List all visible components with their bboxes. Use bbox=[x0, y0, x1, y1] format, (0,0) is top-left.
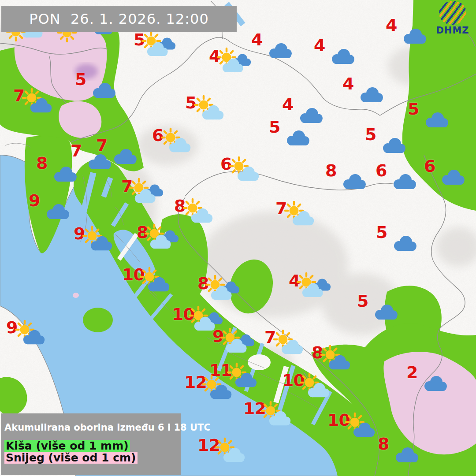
cloud-icon bbox=[48, 160, 84, 186]
cloud-icon bbox=[338, 167, 373, 194]
sun-cloud-both-icon bbox=[143, 34, 178, 60]
sun-cloud-both-icon bbox=[222, 331, 257, 357]
temperature-label: 5 bbox=[408, 100, 419, 117]
temperature-label: 6 bbox=[424, 158, 435, 175]
cloud-shape bbox=[424, 376, 447, 391]
datetime-label: PON 26. 1. 2026. 12:00 bbox=[29, 11, 209, 27]
temperature-label: 5 bbox=[357, 293, 368, 309]
temperature-label: 9 bbox=[29, 192, 40, 209]
cloud-icon bbox=[420, 106, 455, 132]
temperature-label: 6 bbox=[376, 162, 387, 179]
sun-cloud-light-icon bbox=[195, 97, 230, 123]
cloud-icon bbox=[264, 37, 299, 63]
legend-item-rain: Kiša (više od 1 mm) bbox=[4, 440, 130, 452]
temperature-label: 7 bbox=[71, 142, 82, 159]
cloud-icon bbox=[388, 229, 424, 256]
cloud-icon bbox=[388, 167, 423, 194]
legend-title: Akumulirana oborina između 6 i 18 UTC bbox=[4, 422, 177, 433]
sun-cloud-light-icon bbox=[274, 331, 309, 358]
sun-cloud-dark-icon bbox=[23, 90, 58, 116]
cloud-icon bbox=[108, 142, 144, 169]
temperature-label: 4 bbox=[251, 31, 262, 48]
sun-cloud-dark-icon bbox=[16, 322, 51, 348]
cloud-shape bbox=[47, 204, 69, 219]
cloud-icon bbox=[369, 298, 405, 324]
cloud-shape bbox=[287, 130, 309, 145]
temperature-label: 5 bbox=[269, 119, 280, 135]
cloud-shape bbox=[332, 49, 354, 64]
temperature-label: 4 bbox=[342, 75, 353, 92]
cloud-icon bbox=[436, 163, 472, 190]
cloud-icon bbox=[377, 131, 413, 158]
cloud-shape bbox=[361, 87, 383, 102]
temperature-label: 5 bbox=[365, 126, 376, 143]
legend-items: Kiša (više od 1 mm) Snijeg (više od 1 cm… bbox=[4, 440, 177, 464]
sun-cloud-light-icon bbox=[285, 203, 320, 229]
precipitation-legend: Akumulirana oborina između 6 i 18 UTC Ki… bbox=[1, 413, 181, 475]
cloud-shape bbox=[394, 236, 416, 251]
temperature-label: 5 bbox=[75, 71, 86, 88]
cloud-shape bbox=[300, 108, 323, 123]
temperature-label: 5 bbox=[376, 224, 387, 241]
weather-map-app: 5444445754556577886667897598108410597981… bbox=[0, 0, 476, 476]
dhmz-logo: DHMZ bbox=[434, 1, 472, 36]
sun-cloud-dark-icon bbox=[83, 228, 119, 254]
cloud-icon bbox=[390, 441, 425, 467]
cloud-shape bbox=[426, 112, 448, 127]
sun-cloud-dark-icon bbox=[321, 347, 357, 373]
temperature-label: 2 bbox=[406, 364, 417, 381]
sun-cloud-both-icon bbox=[146, 227, 182, 253]
cloud-shape bbox=[114, 149, 137, 164]
cloud-icon bbox=[281, 124, 316, 150]
sun-cloud-both-icon bbox=[219, 50, 254, 77]
sun-cloud-dark-icon bbox=[203, 376, 238, 403]
dhmz-logo-text: DHMZ bbox=[436, 25, 469, 36]
cloud-shape bbox=[89, 154, 111, 169]
cloud-shape bbox=[383, 138, 405, 153]
cloud-icon bbox=[398, 22, 433, 48]
sun-cloud-light-icon bbox=[162, 130, 197, 156]
temperature-label: 8 bbox=[325, 162, 336, 179]
cloud-shape bbox=[404, 29, 426, 44]
cloud-shape bbox=[375, 305, 398, 320]
temperature-label: 7 bbox=[96, 137, 107, 154]
legend-item-snow: Snijeg (više od 1 cm) bbox=[4, 452, 138, 464]
sun-cloud-light-icon bbox=[216, 439, 251, 466]
temperature-label: 4 bbox=[282, 96, 293, 113]
sun-cloud-light-icon bbox=[184, 200, 219, 227]
sun-cloud-both-icon bbox=[131, 181, 166, 207]
temperature-label: 4 bbox=[386, 17, 397, 33]
cloud-icon bbox=[419, 369, 454, 396]
temperature-label: 4 bbox=[314, 37, 325, 54]
temperature-label: 8 bbox=[378, 435, 389, 452]
cloud-icon bbox=[326, 42, 361, 69]
dhmz-globe-icon bbox=[438, 0, 468, 26]
temperature-label: 8 bbox=[36, 155, 47, 171]
cloud-shape bbox=[269, 43, 292, 58]
sun-cloud-dark-icon bbox=[141, 269, 176, 295]
cloud-shape bbox=[343, 174, 366, 189]
sun-cloud-dark-icon bbox=[346, 414, 381, 441]
cloud-shape bbox=[93, 83, 115, 98]
sun-cloud-light-icon bbox=[262, 403, 297, 429]
datetime-bar: PON 26. 1. 2026. 12:00 bbox=[1, 6, 237, 32]
cloud-icon bbox=[41, 197, 76, 224]
cloud-icon bbox=[355, 81, 390, 107]
cloud-icon bbox=[87, 76, 123, 103]
cloud-shape bbox=[54, 167, 77, 182]
cloud-shape bbox=[442, 170, 465, 185]
sun-cloud-light-icon bbox=[230, 158, 265, 185]
cloud-shape bbox=[394, 174, 416, 189]
sun-cloud-both-icon bbox=[207, 278, 242, 304]
stations-layer: 5444445754556577886667897598108410597981… bbox=[0, 0, 476, 476]
cloud-shape bbox=[396, 447, 418, 462]
sun-cloud-light-icon bbox=[301, 375, 336, 401]
sun-cloud-both-icon bbox=[298, 275, 334, 301]
